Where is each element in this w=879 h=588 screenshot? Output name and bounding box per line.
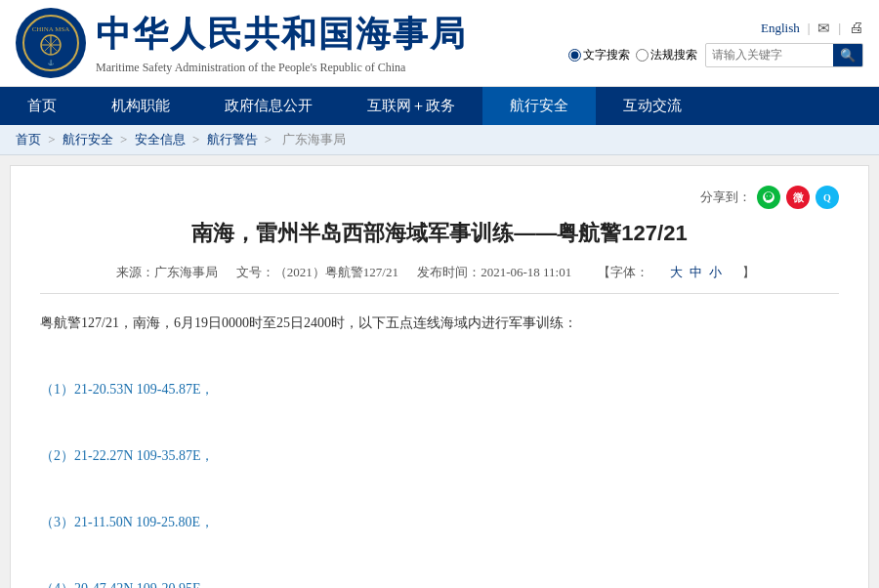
header-right: English | ✉ | 🖨 文字搜索 法规搜索 🔍 bbox=[568, 20, 863, 67]
breadcrumb-home[interactable]: 首页 bbox=[16, 132, 41, 147]
header-links: English | ✉ | 🖨 bbox=[761, 20, 863, 37]
content-area: 分享到： 微 Q 南海，雷州半岛西部海域军事训练——粤航警127/21 来源：广… bbox=[10, 165, 869, 588]
main-nav: 首页 机构职能 政府信息公开 互联网＋政务 航行安全 互动交流 bbox=[0, 87, 879, 125]
coord-4: （4）20-47.42N 109-20.95E， bbox=[40, 575, 839, 588]
logo-area: CHINA MSA ⚓ 中华人民共和国海事局 Maritime Safety A… bbox=[16, 8, 467, 78]
logo-title: 中华人民共和国海事局 Maritime Safety Administratio… bbox=[96, 11, 467, 75]
english-link[interactable]: English bbox=[761, 21, 800, 36]
breadcrumb-sep1: > bbox=[48, 132, 59, 147]
radio-law-search[interactable]: 法规搜索 bbox=[636, 47, 697, 63]
breadcrumb-safety-info[interactable]: 安全信息 bbox=[135, 132, 186, 147]
logo-cn-title: 中华人民共和国海事局 bbox=[96, 11, 467, 59]
separator2: | bbox=[838, 21, 841, 36]
print-icon[interactable]: 🖨 bbox=[849, 20, 863, 36]
font-medium-link[interactable]: 中 bbox=[690, 265, 702, 279]
coord-1: （1）21-20.53N 109-45.87E， bbox=[40, 376, 839, 403]
header: CHINA MSA ⚓ 中华人民共和国海事局 Maritime Safety A… bbox=[0, 0, 879, 87]
share-qq-icon[interactable]: Q bbox=[816, 186, 839, 209]
nav-gov-info[interactable]: 政府信息公开 bbox=[197, 87, 340, 125]
breadcrumb-sep3: > bbox=[192, 132, 203, 147]
search-button[interactable]: 🔍 bbox=[833, 44, 862, 66]
svg-text:⚓: ⚓ bbox=[48, 60, 55, 66]
share-label: 分享到： bbox=[700, 189, 751, 206]
share-weibo-icon[interactable]: 微 bbox=[786, 186, 810, 209]
share-wechat-icon[interactable] bbox=[757, 186, 780, 209]
nav-interaction[interactable]: 互动交流 bbox=[596, 87, 709, 125]
email-icon[interactable]: ✉ bbox=[817, 20, 830, 37]
font-large-link[interactable]: 大 bbox=[670, 265, 683, 279]
radio-text-search[interactable]: 文字搜索 bbox=[568, 47, 630, 63]
nav-institution[interactable]: 机构职能 bbox=[84, 87, 197, 125]
breadcrumb-nav-safety[interactable]: 航行安全 bbox=[63, 132, 113, 147]
article-publish-time: 发布时间：2021-06-18 11:01 bbox=[417, 265, 571, 279]
search-box: 🔍 bbox=[705, 43, 863, 67]
article-intro: 粤航警127/21，南海，6月19日0000时至25日2400时，以下五点连线海… bbox=[40, 310, 839, 337]
nav-internet-plus[interactable]: 互联网＋政务 bbox=[340, 87, 482, 125]
article-meta: 来源：广东海事局 文号：（2021）粤航警127/21 发布时间：2021-06… bbox=[40, 264, 839, 294]
breadcrumb: 首页 > 航行安全 > 安全信息 > 航行警告 > 广东海事局 bbox=[0, 125, 879, 155]
header-search: 文字搜索 法规搜索 🔍 bbox=[568, 43, 863, 67]
font-size-controls: 【字体： 大 中 小 】 bbox=[590, 265, 763, 279]
separator: | bbox=[808, 21, 811, 36]
breadcrumb-nav-warning[interactable]: 航行警告 bbox=[207, 132, 258, 147]
coord-3: （3）21-11.50N 109-25.80E， bbox=[40, 509, 839, 536]
article-body: 粤航警127/21，南海，6月19日0000时至25日2400时，以下五点连线海… bbox=[40, 310, 839, 588]
coord-2: （2）21-22.27N 109-35.87E， bbox=[40, 442, 839, 470]
breadcrumb-current: 广东海事局 bbox=[282, 132, 346, 147]
article-source: 来源：广东海事局 bbox=[116, 265, 218, 279]
search-input[interactable] bbox=[706, 45, 833, 64]
nav-navigation-safety[interactable]: 航行安全 bbox=[482, 87, 596, 125]
share-bar: 分享到： 微 Q bbox=[40, 186, 839, 209]
svg-text:CHINA MSA: CHINA MSA bbox=[32, 25, 70, 33]
logo-en-title: Maritime Safety Administration of the Pe… bbox=[96, 61, 467, 75]
breadcrumb-sep4: > bbox=[265, 132, 275, 147]
font-small-link[interactable]: 小 bbox=[709, 265, 722, 279]
article-title: 南海，雷州半岛西部海域军事训练——粤航警127/21 bbox=[40, 219, 839, 248]
article-doc-number: 文号：（2021）粤航警127/21 bbox=[236, 265, 398, 279]
breadcrumb-sep2: > bbox=[120, 132, 131, 147]
logo-icon: CHINA MSA ⚓ bbox=[16, 8, 86, 78]
nav-home[interactable]: 首页 bbox=[0, 87, 84, 125]
search-radio-group: 文字搜索 法规搜索 bbox=[568, 47, 697, 63]
